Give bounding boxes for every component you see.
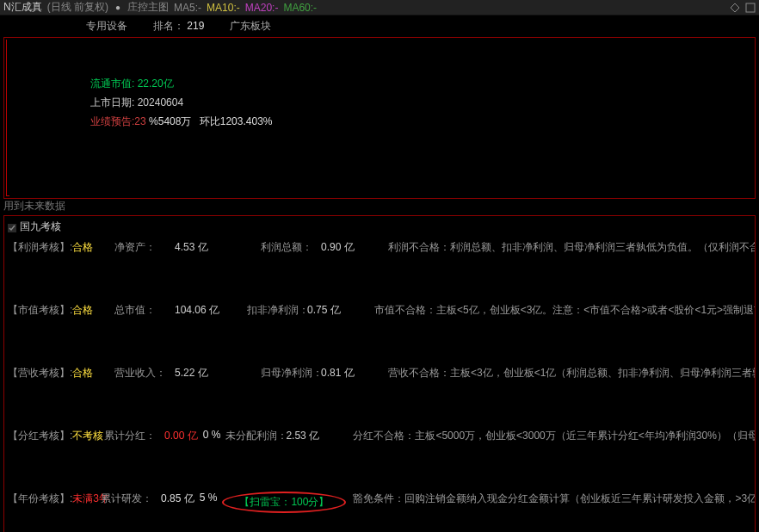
undist-profit-value: 2.53 亿	[286, 429, 346, 443]
hl-l: 【	[239, 496, 250, 508]
rank-field: 排名： 219	[153, 19, 204, 34]
axis-line	[6, 40, 9, 196]
ma60-label: MA60:-	[283, 2, 317, 14]
total-profit-label: 利润总额：	[261, 240, 321, 255]
mc-desc: 市值不合格：主板<5亿，创业板<3亿。注意：<市值不合格>或者<股价<1元>强制…	[374, 303, 756, 318]
year-desc: 豁免条件：回购注销金额纳入现金分红金额计算（创业板近三年累计研发投入金额，>3亿…	[353, 492, 756, 506]
undist-profit-label: 未分配利润：	[225, 429, 286, 443]
rev-status: 合格	[72, 367, 93, 379]
perf-pct: %5408万	[149, 115, 191, 127]
ma10-label: MA10:-	[207, 2, 240, 14]
revenue-assess-row: 【营收考核】:合格 营业收入： 5.22 亿 归母净利润： 0.81 亿 营收不…	[8, 363, 751, 383]
square-icon[interactable]	[745, 3, 756, 13]
stock-name: N汇成真	[3, 0, 42, 15]
main-chart-area[interactable]: 流通市值: 22.20亿 上市日期: 20240604 业绩预告:23 %540…	[3, 37, 756, 199]
panel-title-text: 国九考核	[20, 220, 61, 234]
equipment-label: 专用设备	[86, 19, 127, 34]
assessment-panel: 国九考核 【利润考核】:合格 净资产： 4.53 亿 利润总额： 0.90 亿 …	[3, 215, 756, 532]
rev-desc: 营收不合格：主板<3亿，创业板<1亿（利润总额、扣非净利润、归母净利润三者孰低为…	[388, 366, 756, 380]
cum-dividend-value: 0.00 亿	[164, 429, 198, 443]
board-label: 广东板块	[230, 19, 271, 34]
mc-bracket: 【市值考核】:	[8, 304, 72, 316]
deduct-profit-label: 扣非净利润：	[247, 303, 307, 318]
perf-val-a: 23	[134, 115, 145, 127]
profit-bracket: 【利润考核】:	[8, 241, 72, 253]
perf-label: 业绩预告:	[90, 115, 134, 127]
div-desc: 分红不合格：主板<5000万，创业板<3000万（近三年累计分红<年均净利润30…	[353, 429, 756, 443]
period-label: (日线 前复权)	[47, 0, 108, 15]
ipo-date-value: 20240604	[138, 96, 183, 108]
indicator-label: 庄控主图	[127, 0, 169, 15]
ma20-label: MA20:-	[245, 2, 279, 14]
rd-pct: 5 %	[200, 492, 218, 504]
year-assess-row: 【年份考核】:未满3年 累计研发： 0.85 亿 5 % 【扫雷宝：100分】 …	[8, 489, 751, 516]
ma5-label: MA5:-	[174, 2, 201, 14]
revenue-label: 营业收入：	[114, 366, 175, 380]
perf-hb-label: 环比	[200, 115, 220, 127]
total-profit-value: 0.90 亿	[321, 240, 381, 255]
svg-rect-0	[746, 3, 755, 12]
diamond-icon[interactable]	[730, 3, 740, 13]
year-bracket: 【年份考核】:	[8, 492, 72, 504]
circ-cap-label: 流通市值:	[90, 77, 134, 90]
highlight-saoleibao: 【扫雷宝：100分】	[222, 492, 346, 513]
net-asset-value: 4.53 亿	[175, 240, 235, 255]
profit-assess-row: 【利润考核】:合格 净资产： 4.53 亿 利润总额： 0.90 亿 利润不合格…	[8, 238, 751, 257]
rank-value: 219	[187, 20, 204, 32]
perf-hb-val: 1203.403%	[220, 115, 273, 127]
rev-bracket: 【营收考核】:	[8, 367, 72, 379]
profit-status: 合格	[72, 241, 93, 253]
mc-status: 合格	[72, 304, 93, 316]
net-asset-label: 净资产：	[114, 240, 175, 255]
cum-rd-value: 0.85 亿	[161, 492, 194, 506]
hl-r: 】	[318, 496, 329, 508]
cum-dividend-label: 累计分红：	[104, 429, 164, 443]
circ-cap-value: 22.20亿	[138, 77, 174, 90]
check-icon	[8, 223, 16, 232]
div-pct: 0 %	[203, 429, 221, 441]
profit-desc: 利润不合格：利润总额、扣非净利润、归母净利润三者孰低为负值。（仅利润不合格，不会…	[388, 240, 756, 255]
div-bracket: 【分红考核】:	[8, 430, 72, 442]
parent-profit-label: 归母净利润：	[261, 366, 321, 380]
div-status: 不考核	[72, 430, 103, 442]
total-mc-value: 104.06 亿	[175, 303, 235, 318]
rank-label: 排名：	[153, 20, 184, 32]
marketcap-assess-row: 【市值考核】:合格 总市值： 104.06 亿 扣非净利润： 0.75 亿 市值…	[8, 300, 751, 320]
total-mc-label: 总市值：	[114, 303, 175, 318]
hl-text: 扫雷宝：100分	[250, 496, 318, 508]
cum-rd-label: 累计研发：	[101, 492, 161, 506]
deduct-profit-value: 0.75 亿	[307, 303, 367, 318]
parent-profit-value: 0.81 亿	[321, 366, 381, 380]
revenue-value: 5.22 亿	[175, 366, 235, 380]
ipo-date-label: 上市日期:	[90, 96, 134, 108]
dividend-assess-row: 【分红考核】:不考核 累计分红： 0.00 亿 0 % 未分配利润： 2.53 …	[8, 426, 751, 446]
dot-separator: ●	[115, 3, 120, 12]
chart-footer-label: 用到未来数据	[0, 199, 759, 213]
